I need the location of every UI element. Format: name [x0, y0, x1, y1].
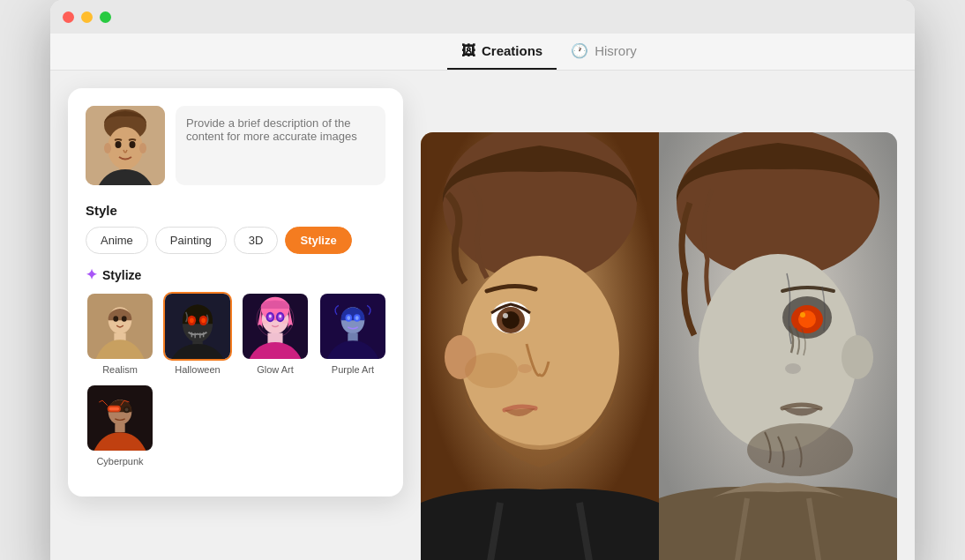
style-item-glow-art[interactable]: Glow Art — [241, 292, 310, 375]
svg-point-30 — [282, 320, 289, 324]
style-btn-anime[interactable]: Anime — [86, 227, 148, 254]
style-grid-row1: Realism — [86, 292, 385, 375]
svg-point-6 — [130, 141, 136, 148]
upload-area — [86, 106, 385, 185]
tab-creations-label: Creations — [482, 43, 542, 58]
svg-point-5 — [116, 141, 122, 148]
style-section: Style Anime Painting 3D Stylize ✦ Styliz… — [86, 203, 385, 467]
svg-point-4 — [139, 143, 146, 153]
description-input[interactable] — [176, 106, 385, 185]
style-item-cyberpunk[interactable]: Cyberpunk — [86, 384, 154, 467]
style-item-purple-art[interactable]: Purple Art — [318, 292, 387, 375]
svg-point-49 — [460, 256, 619, 450]
style-name-halloween: Halloween — [175, 364, 220, 375]
style-btn-3d[interactable]: 3D — [234, 227, 279, 254]
style-item-realism[interactable]: Realism — [86, 292, 154, 375]
browser-window: 🖼 Creations 🕐 Hisrory — [50, 0, 915, 560]
svg-point-18 — [201, 318, 206, 324]
svg-point-38 — [355, 316, 359, 320]
title-bar — [50, 0, 915, 34]
style-item-halloween[interactable]: Halloween — [163, 292, 232, 375]
generated-image — [421, 132, 897, 560]
svg-point-56 — [465, 353, 518, 388]
svg-point-28 — [279, 315, 281, 318]
tab-history-label: Hisrory — [595, 43, 637, 58]
tab-history[interactable]: 🕐 Hisrory — [557, 34, 651, 70]
face-left — [421, 132, 659, 560]
tab-creations[interactable]: 🖼 Creations — [447, 34, 557, 70]
minimize-button[interactable] — [81, 11, 93, 23]
svg-point-55 — [518, 364, 532, 373]
svg-point-3 — [104, 143, 111, 153]
close-button[interactable] — [63, 11, 74, 23]
svg-point-36 — [347, 316, 350, 320]
svg-point-16 — [190, 318, 194, 324]
style-img-purple-art — [318, 292, 387, 361]
svg-point-66 — [785, 363, 801, 374]
style-name-purple-art: Purple Art — [332, 364, 374, 375]
history-icon: 🕐 — [571, 42, 588, 59]
svg-point-61 — [842, 335, 873, 379]
style-img-cyberpunk — [86, 384, 154, 452]
face-right — [659, 132, 897, 560]
style-name-glow-art: Glow Art — [257, 364, 294, 375]
svg-point-54 — [503, 313, 508, 318]
left-panel: Style Anime Painting 3D Stylize ✦ Styliz… — [68, 88, 403, 497]
svg-point-65 — [800, 312, 805, 317]
svg-point-29 — [262, 320, 269, 324]
svg-point-60 — [699, 254, 857, 452]
avatar-upload[interactable] — [86, 106, 165, 185]
svg-rect-46 — [115, 424, 124, 432]
style-grid-row2: Cyberpunk — [86, 384, 385, 467]
stylize-icon: ✦ — [86, 266, 97, 283]
style-section-title: Style — [86, 203, 385, 218]
maximize-button[interactable] — [100, 11, 111, 23]
creations-icon: 🖼 — [461, 43, 475, 59]
svg-rect-39 — [348, 333, 357, 341]
tab-bar: 🖼 Creations 🕐 Hisrory — [50, 34, 915, 71]
style-img-glow-art — [241, 292, 310, 361]
style-img-realism — [86, 292, 154, 361]
style-name-realism: Realism — [102, 364, 138, 375]
style-btn-stylize[interactable]: Stylize — [285, 227, 351, 254]
stylize-label: ✦ Stylize — [86, 266, 385, 283]
svg-point-11 — [122, 316, 127, 322]
style-buttons: Anime Painting 3D Stylize — [86, 227, 385, 254]
svg-point-25 — [269, 315, 272, 318]
svg-rect-43 — [109, 407, 119, 411]
style-name-cyberpunk: Cyberpunk — [96, 456, 143, 467]
svg-point-10 — [113, 316, 118, 322]
app-content: Style Anime Painting 3D Stylize ✦ Styliz… — [50, 71, 915, 560]
style-btn-painting[interactable]: Painting — [155, 227, 227, 254]
svg-point-45 — [125, 408, 129, 412]
stylize-label-text: Stylize — [102, 268, 141, 282]
style-img-halloween — [163, 292, 232, 361]
svg-rect-32 — [267, 333, 282, 343]
svg-point-2 — [108, 127, 143, 169]
